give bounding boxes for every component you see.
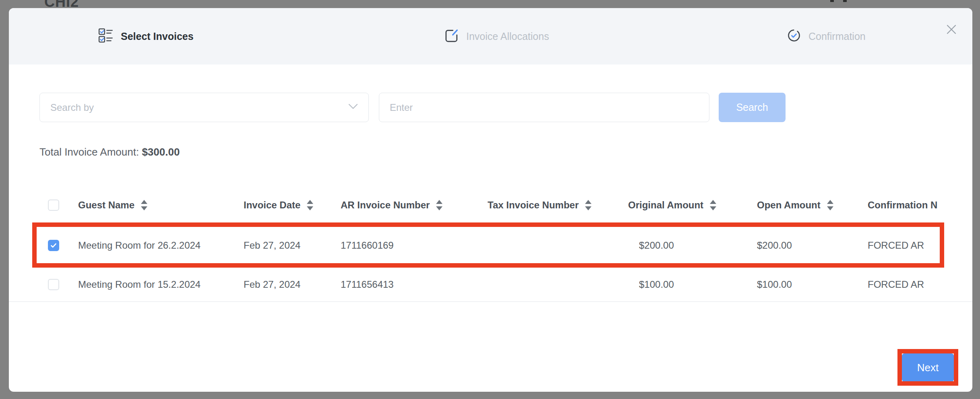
column-label: Invoice Date [244,200,300,211]
row-checkbox-cell [48,223,59,268]
step-label: Confirmation [808,31,866,42]
cell-invoice-date: Feb 27, 2024 [244,223,300,268]
sort-arrows-icon[interactable] [827,200,833,210]
sort-arrows-icon[interactable] [710,200,716,210]
search-button[interactable]: Search [719,93,786,122]
chevron-down-icon [348,104,358,112]
background-ui-remnant [830,0,834,2]
cell-invoice-date: Feb 27, 2024 [244,268,300,301]
sort-arrows-icon[interactable] [141,200,147,210]
cell-open-amount: $200.00 [757,223,792,268]
step-label: Invoice Allocations [466,31,549,42]
column-header-original-amount[interactable]: Original Amount [628,187,716,223]
total-invoice-amount-value: $300.00 [142,146,180,158]
column-header-invoice-date[interactable]: Invoice Date [244,187,313,223]
table-row[interactable]: Meeting Room for 26.2.2024 Feb 27, 2024 … [9,223,972,268]
checklist-icon [98,28,114,45]
cell-original-amount: $200.00 [639,223,674,268]
search-by-select[interactable]: Search by [39,93,369,122]
search-by-placeholder: Search by [50,102,94,113]
close-icon[interactable] [945,23,957,35]
sort-arrows-icon[interactable] [585,200,591,210]
cell-ar-invoice-number: 1711660169 [341,223,394,268]
select-invoices-modal: Select Invoices Invoice Allocations [9,8,972,392]
total-invoice-amount-label: Total Invoice Amount: [39,146,139,158]
modal-stepper-header: Select Invoices Invoice Allocations [9,8,972,64]
screen: CHI2 Select Invoice [0,0,980,399]
column-label: Original Amount [628,200,703,211]
cell-open-amount: $100.00 [757,268,792,301]
next-button[interactable]: Next [902,353,954,382]
cell-confirmation: FORCED AR [868,268,924,301]
cell-guest-name: Meeting Room for 26.2.2024 [78,223,201,268]
step-label: Select Invoices [121,31,194,42]
cell-ar-invoice-number: 1711656413 [341,268,394,301]
cell-original-amount: $100.00 [639,268,674,301]
column-header-open-amount[interactable]: Open Amount [757,187,833,223]
column-label: Open Amount [757,200,821,211]
column-label: AR Invoice Number [341,200,430,211]
column-header-tax-invoice-number[interactable]: Tax Invoice Number [488,187,591,223]
table-row[interactable]: Meeting Room for 15.2.2024 Feb 27, 2024 … [9,268,972,302]
table-header-row: Guest Name Invoice Date AR Invoice Numbe… [9,187,972,223]
step-invoice-allocations[interactable]: Invoice Allocations [444,8,549,64]
column-header-confirmation-number[interactable]: Confirmation N [868,187,937,223]
total-invoice-amount: Total Invoice Amount: $300.00 [39,146,180,158]
checkbox-unchecked-icon[interactable] [48,279,59,290]
cell-confirmation: FORCED AR [868,223,924,268]
sort-arrows-icon[interactable] [436,200,442,210]
column-header-ar-invoice-number[interactable]: AR Invoice Number [341,187,442,223]
circle-check-icon [787,28,801,44]
sort-arrows-icon[interactable] [307,200,313,210]
column-label: Guest Name [78,200,134,211]
select-all-checkbox[interactable] [48,187,59,223]
column-label: Tax Invoice Number [488,200,579,211]
row-checkbox-cell [48,268,59,301]
checkbox-unchecked-icon[interactable] [48,200,59,211]
background-ui-remnant [843,0,847,2]
search-value-input[interactable] [379,93,709,122]
column-header-guest-name[interactable]: Guest Name [78,187,147,223]
step-confirmation[interactable]: Confirmation [787,8,866,64]
edit-icon [444,28,459,45]
column-label: Confirmation N [868,200,937,211]
checkbox-checked-icon[interactable] [48,240,59,251]
step-select-invoices[interactable]: Select Invoices [98,8,194,64]
cell-guest-name: Meeting Room for 15.2.2024 [78,268,201,301]
